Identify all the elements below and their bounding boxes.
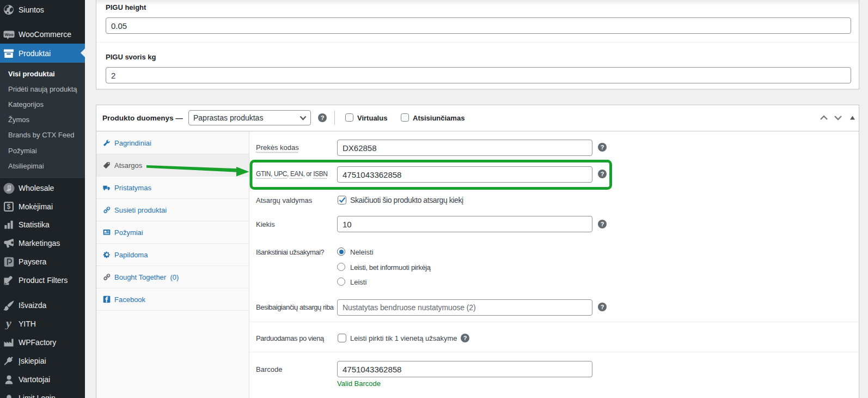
svg-text:y: y [4,318,11,329]
svg-text:Woo: Woo [4,32,14,37]
svg-text:$: $ [7,203,11,210]
